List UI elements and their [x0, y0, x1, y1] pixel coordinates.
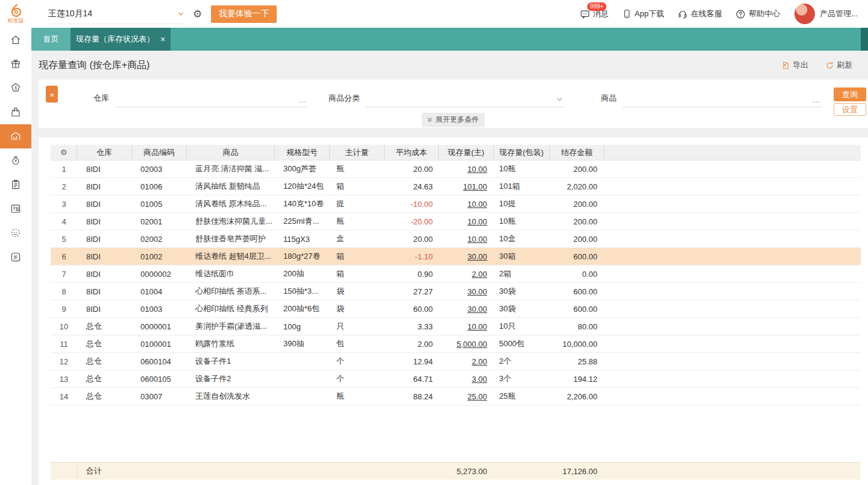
app-download-item[interactable]: App下载 [622, 8, 664, 19]
cell-no: 1 [51, 160, 77, 177]
cell-spec: 200抽*6包 [275, 300, 330, 317]
cell-warehouse: 8IDI [77, 300, 132, 317]
sidebar-item-inventory[interactable] [0, 124, 31, 148]
cell-product: 设备子件2 [187, 370, 275, 387]
tab-home[interactable]: 首页 [31, 28, 71, 51]
sidebar-item-more[interactable] [0, 221, 31, 245]
table-row[interactable]: 58IDI02002舒肤佳香皂芦荟呵护115gX3盒20.0010.0010盒2… [51, 230, 861, 248]
table-footer: 合计 5,273.00 17,126.00 [51, 462, 861, 480]
sidebar-item-home[interactable] [0, 28, 31, 52]
cell-avg_cost: -10.00 [385, 195, 439, 212]
cell-qty_pack: 10瓶 [494, 160, 550, 177]
table-row[interactable]: 68IDI01002维达卷纸 超韧4层卫...180g*27卷箱-1.1030.… [51, 248, 861, 265]
table-row[interactable]: 78IDI0000002维达纸面巾200抽箱0.902.002箱0.00 [51, 265, 861, 283]
table-row[interactable]: 11总仓0100001鸥露竹浆纸390抽包2.005,000.005000包10… [51, 335, 861, 353]
qty-main-link[interactable]: 5,000.00 [456, 340, 487, 349]
cell-avg_cost: 20.00 [385, 230, 439, 247]
qty-main-link[interactable]: 10.00 [467, 165, 487, 174]
cell-warehouse: 8IDI [77, 195, 132, 212]
cell-spec: 115gX3 [275, 230, 330, 247]
product-picker-icon[interactable]: ... [813, 96, 820, 104]
sidebar-item-contacts[interactable] [0, 197, 31, 221]
product-input[interactable]: ... [623, 90, 822, 107]
qty-main-link[interactable]: 30.00 [467, 287, 487, 296]
cell-warehouse: 8IDI [77, 248, 132, 265]
cell-code: 01005 [132, 195, 187, 212]
cell-qty_main: 10.00 [439, 195, 494, 212]
refresh-button[interactable]: 刷新 [825, 60, 852, 71]
cell-no: 10 [51, 318, 77, 335]
footer-qty-pack-cell [494, 463, 550, 480]
sidebar-item-sales[interactable]: $ [0, 76, 31, 100]
category-select[interactable] [366, 90, 565, 107]
cell-qty_main: 101.00 [439, 178, 494, 195]
gift-icon [10, 58, 22, 70]
qty-main-link[interactable]: 2.00 [472, 357, 487, 366]
messages-item[interactable]: 999+ 消息 [580, 8, 609, 19]
qty-main-link[interactable]: 30.00 [467, 252, 487, 261]
table-row[interactable]: 98IDI01003心相印抽纸 经典系列200抽*6包袋60.0030.0030… [51, 300, 861, 318]
clipboard-icon [10, 179, 22, 191]
tab-overflow-control[interactable] [861, 28, 868, 51]
col-amount: 结存金额 [550, 145, 605, 160]
table-row[interactable]: 88IDI01004心相印抽纸 茶语系...150抽*3...袋27.2730.… [51, 283, 861, 300]
warehouse-input[interactable]: ... [115, 90, 308, 107]
qty-main-link[interactable]: 10.00 [467, 200, 487, 209]
topbar: 标准版 王莲10月14 ⚙ 我要体验一下 999+ 消息 App下载 [0, 0, 868, 28]
app-logo[interactable]: 标准版 [0, 0, 31, 28]
table-row[interactable]: 12总仓0600104设备子件1个12.942.002个25.88 [51, 353, 861, 370]
cell-filler [605, 388, 861, 405]
cell-filler [605, 248, 861, 265]
shopping-bag-icon [10, 106, 22, 118]
cell-spec: 140克*10卷 [275, 195, 330, 212]
qty-main-link[interactable]: 25.00 [467, 392, 487, 401]
column-settings-cell[interactable]: ⚙ [51, 145, 77, 160]
id-card-icon [10, 203, 22, 215]
qty-main-link[interactable]: 10.00 [467, 235, 487, 244]
online-service-item[interactable]: 在线客服 [678, 8, 722, 19]
table-row[interactable]: 14总仓03007王莲自创洗发水瓶88.2425.0025瓶2,206.00 [51, 388, 861, 405]
sidebar-item-purchase[interactable] [0, 100, 31, 124]
settings-button[interactable]: 设置 [834, 103, 866, 116]
cell-spec [275, 353, 330, 370]
table-row[interactable]: 48IDI02001舒肤佳泡沫抑菌儿童...225ml青...瓶-20.0010… [51, 213, 861, 230]
user-avatar[interactable] [794, 4, 815, 24]
qty-main-link[interactable]: 101.00 [463, 182, 487, 191]
warehouse-picker-icon[interactable]: ... [299, 96, 307, 104]
col-product: 商品 [187, 145, 275, 160]
sidebar-item-finance[interactable]: ¥ [0, 148, 31, 173]
collapse-filters-button[interactable]: » [46, 86, 58, 103]
expand-more-button[interactable]: 展开更多条件 [422, 113, 485, 127]
user-role[interactable]: 产品管理... [820, 8, 862, 19]
tab-inventory-report[interactable]: 现存量（库存状况表） × [71, 28, 171, 51]
cell-filler [605, 160, 861, 177]
cell-product: 美润护手霜(渗透滋... [187, 318, 275, 335]
table-row[interactable]: 18IDI02003蓝月亮 清洁抑菌 滋...300g芦荟瓶20.0010.00… [51, 160, 861, 178]
help-center-item[interactable]: 帮助中心 [735, 8, 780, 19]
account-selector[interactable]: 王莲10月14 [48, 4, 184, 24]
qty-main-link[interactable]: 3.00 [472, 375, 487, 384]
sidebar-item-gift[interactable] [0, 52, 31, 76]
cell-spec [275, 370, 330, 387]
topbar-right: 999+ 消息 App下载 在线客服 [567, 0, 868, 28]
trial-button[interactable]: 我要体验一下 [211, 5, 277, 23]
settings-gear-icon[interactable]: ⚙ [193, 9, 202, 19]
sidebar-item-new[interactable]: 新 [0, 245, 31, 269]
table-row[interactable]: 38IDI01005清风卷纸 原木纯品...140克*10卷提-10.0010.… [51, 195, 861, 213]
qty-main-link[interactable]: 10.00 [467, 322, 487, 331]
table-row[interactable]: 13总仓0600105设备子件2个64.713.003个194.12 [51, 370, 861, 388]
table-row[interactable]: 10总仓0000001美润护手霜(渗透滋...100g只3.3310.0010只… [51, 318, 861, 335]
qty-main-link[interactable]: 10.00 [467, 217, 487, 226]
tab-close-icon[interactable]: × [160, 35, 165, 43]
cell-no: 11 [51, 335, 77, 352]
cell-code: 01003 [132, 300, 187, 317]
qty-main-link[interactable]: 2.00 [472, 270, 487, 279]
query-button[interactable]: 查询 [834, 87, 866, 101]
sidebar-item-reports[interactable] [0, 173, 31, 197]
export-button[interactable]: 导出 [781, 60, 808, 71]
phone-icon [622, 9, 632, 19]
chevron-down-icon[interactable] [556, 95, 564, 103]
qty-main-link[interactable]: 30.00 [467, 305, 487, 314]
table-row[interactable]: 28IDI01006清风抽纸 新韧纯品120抽*24包箱24.63101.001… [51, 178, 861, 195]
column-gear-icon[interactable]: ⚙ [60, 148, 68, 157]
